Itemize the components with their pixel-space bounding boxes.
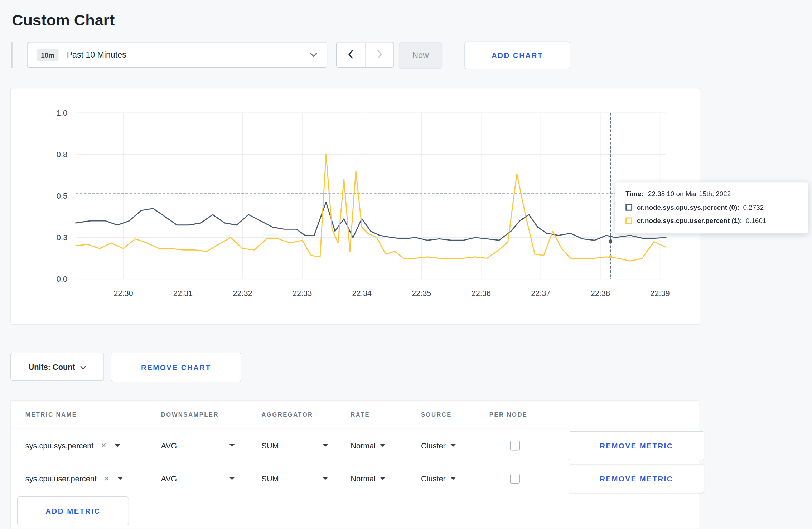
aggregator-select[interactable]: SUM [261, 441, 328, 450]
svg-text:0.5: 0.5 [57, 191, 67, 200]
svg-text:22:38: 22:38 [591, 289, 610, 298]
svg-text:22:30: 22:30 [113, 289, 133, 298]
tooltip-series-value: 0.1601 [746, 217, 767, 225]
time-nav-group [336, 42, 394, 68]
chart-canvas[interactable]: 0.00.30.50.81.022:3022:3122:3222:3322:34… [11, 88, 700, 324]
header-aggregator: AGGREGATOR [261, 412, 351, 418]
svg-text:0.0: 0.0 [57, 275, 67, 283]
svg-text:22:35: 22:35 [412, 289, 431, 298]
next-time-button[interactable] [365, 43, 393, 67]
aggregator-select[interactable]: SUM [261, 474, 328, 483]
caret-down-icon [380, 444, 385, 447]
svg-text:22:36: 22:36 [472, 289, 491, 298]
aggregator-value: SUM [261, 441, 279, 450]
chart-card: 0.00.30.50.81.022:3022:3122:3222:3322:34… [10, 88, 700, 325]
caret-down-icon [323, 477, 328, 480]
tooltip-series-label: cr.node.sys.cpu.sys.percent (0): [637, 203, 739, 211]
tooltip-series-value: 0.2732 [743, 203, 764, 211]
tooltip-time-value: 22:38:10 on Mar 15th, 2022 [648, 190, 731, 198]
rate-value: Normal [351, 474, 376, 483]
svg-text:0.8: 0.8 [57, 150, 67, 159]
svg-text:1.0: 1.0 [57, 108, 67, 117]
series-user-swatch-icon [625, 217, 632, 224]
downsampler-select[interactable]: AVG [161, 474, 235, 483]
source-value: Cluster [421, 474, 446, 483]
add-chart-button[interactable]: ADD CHART [464, 42, 570, 69]
svg-text:22:34: 22:34 [352, 289, 372, 298]
metric-name-value: sys.cpu.user.percent [25, 474, 97, 483]
source-value: Cluster [421, 441, 446, 450]
tooltip-series-row: cr.node.sys.cpu.sys.percent (0): 0.2732 [625, 203, 797, 211]
rate-select[interactable]: Normal [351, 441, 421, 450]
metrics-table: METRIC NAME DOWNSAMPLER AGGREGATOR RATE … [10, 400, 699, 529]
header-source: SOURCE [421, 412, 489, 418]
metric-name-value: sys.cpu.sys.percent [25, 441, 94, 450]
chart-tooltip: Time:22:38:10 on Mar 15th, 2022 cr.node.… [615, 182, 808, 233]
units-label: Units: Count [29, 362, 75, 371]
downsampler-value: AVG [161, 441, 177, 450]
source-select[interactable]: Cluster [421, 474, 489, 483]
per-node-checkbox[interactable] [510, 474, 520, 483]
prev-time-button[interactable] [337, 43, 365, 67]
source-select[interactable]: Cluster [421, 441, 489, 450]
time-range-badge: 10m [37, 49, 59, 61]
per-node-checkbox[interactable] [510, 441, 520, 450]
table-row: sys.cpu.user.percent ✕ AVG SUM Normal Cl… [11, 462, 699, 495]
time-range-dropdown[interactable]: 10m Past 10 Minutes [27, 42, 327, 68]
aggregator-value: SUM [261, 474, 279, 483]
remove-metric-button[interactable]: REMOVE METRIC [569, 464, 704, 493]
clear-metric-icon[interactable]: ✕ [101, 442, 107, 450]
caret-down-icon [229, 444, 235, 447]
rate-select[interactable]: Normal [351, 474, 421, 483]
add-metric-button[interactable]: ADD METRIC [17, 496, 129, 525]
svg-text:22:33: 22:33 [293, 289, 312, 298]
custom-chart-page: Custom Chart 10m Past 10 Minutes Now ADD… [0, 0, 812, 529]
header-metric-name: METRIC NAME [25, 412, 161, 418]
remove-chart-button[interactable]: REMOVE CHART [111, 353, 241, 382]
header-rate: RATE [351, 412, 421, 418]
now-button[interactable]: Now [399, 42, 443, 69]
series-sys-swatch-icon [625, 204, 632, 211]
clear-metric-icon[interactable]: ✕ [104, 475, 110, 482]
table-row: sys.cpu.sys.percent ✕ AVG SUM Normal Clu… [11, 429, 699, 462]
tooltip-time: Time:22:38:10 on Mar 15th, 2022 [625, 190, 797, 198]
svg-text:22:32: 22:32 [233, 289, 252, 298]
units-dropdown[interactable]: Units: Count [10, 353, 104, 381]
chevron-right-icon [376, 49, 382, 60]
svg-text:0.3: 0.3 [57, 233, 67, 242]
header-per-node: PER NODE [489, 412, 558, 418]
caret-down-icon [450, 444, 455, 447]
metrics-table-header: METRIC NAME DOWNSAMPLER AGGREGATOR RATE … [11, 401, 699, 429]
page-title: Custom Chart [12, 11, 115, 29]
caret-down-icon [450, 477, 455, 480]
rate-value: Normal [351, 441, 376, 450]
chevron-down-icon [80, 362, 86, 371]
caret-down-icon [229, 477, 235, 480]
chevron-down-icon [310, 50, 318, 59]
tooltip-time-label: Time: [625, 190, 643, 198]
remove-metric-button[interactable]: REMOVE METRIC [569, 431, 704, 460]
tooltip-series-row: cr.node.sys.cpu.user.percent (1): 0.1601 [625, 217, 797, 225]
metric-name-select[interactable]: sys.cpu.sys.percent ✕ [25, 441, 161, 450]
header-downsampler: DOWNSAMPLER [161, 412, 262, 418]
metric-name-select[interactable]: sys.cpu.user.percent ✕ [25, 474, 161, 483]
toolbar-left-divider [11, 42, 13, 68]
tooltip-series-label: cr.node.sys.cpu.user.percent (1): [637, 217, 742, 225]
downsampler-select[interactable]: AVG [161, 441, 235, 450]
svg-text:22:39: 22:39 [650, 289, 670, 298]
chevron-left-icon [348, 49, 354, 60]
caret-down-icon [118, 477, 123, 480]
caret-down-icon [380, 477, 385, 480]
svg-text:22:31: 22:31 [173, 289, 193, 298]
svg-text:22:37: 22:37 [531, 289, 550, 298]
caret-down-icon [115, 444, 120, 447]
caret-down-icon [323, 444, 328, 447]
time-range-label: Past 10 Minutes [67, 50, 126, 59]
downsampler-value: AVG [161, 474, 177, 483]
